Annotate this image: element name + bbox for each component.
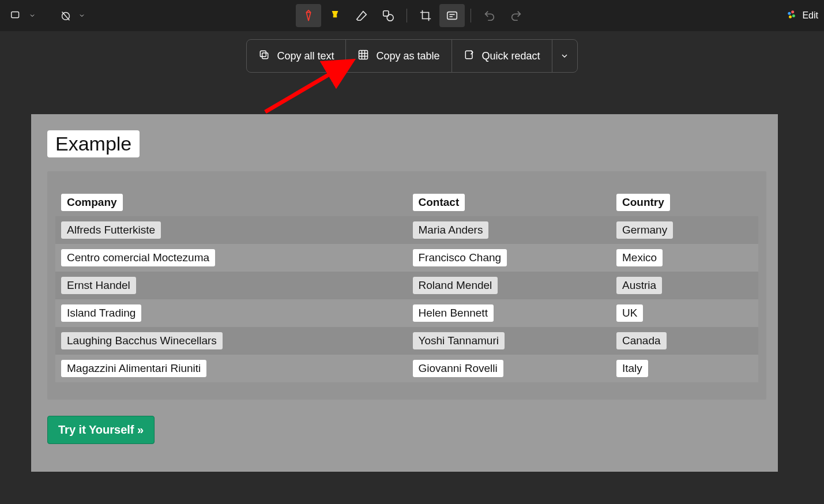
quick-redact-chevron[interactable] <box>552 40 577 72</box>
toolbar-left <box>6 4 88 27</box>
cell: Giovanni Rovelli <box>413 360 503 377</box>
cell: Maria Anders <box>413 221 489 239</box>
captured-content: Example Company Contact Country Alfreds … <box>31 114 778 472</box>
selection-chevron[interactable] <box>27 4 38 27</box>
svg-point-11 <box>792 10 795 13</box>
svg-point-6 <box>387 14 393 21</box>
pen-tool-button[interactable] <box>296 4 321 27</box>
action-bar-wrap: Copy all text Copy as table Quick redact <box>0 31 824 73</box>
cell: Ernst Handel <box>61 277 136 294</box>
svg-rect-0 <box>12 12 19 18</box>
toolbar-right: Edit <box>786 9 818 22</box>
table-row: Centro comercial Moctezuma Francisco Cha… <box>55 244 758 272</box>
svg-rect-7 <box>447 12 457 20</box>
table-header-row: Company Contact Country <box>55 189 758 216</box>
svg-rect-16 <box>359 50 368 59</box>
no-delay-chevron[interactable] <box>76 4 88 27</box>
cell: Alfreds Futterkiste <box>61 221 161 239</box>
table-icon <box>358 49 369 63</box>
cell: UK <box>616 304 643 322</box>
table-row: Ernst Handel Roland Mendel Austria <box>55 272 758 299</box>
cell: Mexico <box>616 249 663 266</box>
cell: Italy <box>616 360 648 377</box>
table-row: Alfreds Futterkiste Maria Anders Germany <box>55 216 758 244</box>
table-region: Company Contact Country Alfreds Futterki… <box>47 171 766 400</box>
selection-dropdown[interactable] <box>6 4 27 27</box>
quick-redact-label: Quick redact <box>482 50 540 62</box>
try-it-button[interactable]: Try it Yourself » <box>47 416 155 444</box>
svg-point-10 <box>788 12 791 15</box>
redo-button[interactable] <box>503 4 529 27</box>
quick-redact-button[interactable]: Quick redact <box>451 40 552 72</box>
action-bar: Copy all text Copy as table Quick redact <box>246 39 577 73</box>
cell: Germany <box>616 221 673 239</box>
col-header: Company <box>61 194 123 211</box>
svg-rect-14 <box>262 52 268 58</box>
copy-all-text-button[interactable]: Copy all text <box>247 40 345 72</box>
cell: Helen Bennett <box>413 304 494 322</box>
svg-rect-4 <box>333 16 337 17</box>
toolbar-separator <box>471 9 471 22</box>
toolbar-separator <box>407 9 407 22</box>
cell: Centro comercial Moctezuma <box>61 249 215 266</box>
toolbar-center <box>296 4 529 27</box>
highlighter-tool-button[interactable] <box>322 4 348 27</box>
svg-point-13 <box>789 16 792 18</box>
col-header: Contact <box>413 194 465 211</box>
col-header: Country <box>616 194 670 211</box>
copy-all-text-label: Copy all text <box>277 50 334 62</box>
example-table: Company Contact Country Alfreds Futterki… <box>55 189 758 382</box>
cell: Canada <box>616 332 667 349</box>
table-row: Laughing Bacchus Winecellars Yoshi Tanna… <box>55 327 758 355</box>
cell: Austria <box>616 277 662 294</box>
svg-rect-21 <box>465 51 472 58</box>
cell: Island Trading <box>61 304 141 322</box>
cell: Yoshi Tannamuri <box>413 332 505 349</box>
copy-as-table-button[interactable]: Copy as table <box>345 40 451 72</box>
text-actions-button[interactable] <box>439 4 465 27</box>
svg-rect-15 <box>261 51 266 57</box>
eraser-tool-button[interactable] <box>349 4 374 27</box>
table-row: Island Trading Helen Bennett UK <box>55 299 758 327</box>
edit-label[interactable]: Edit <box>802 10 818 21</box>
copy-as-table-label: Copy as table <box>376 50 439 62</box>
svg-point-12 <box>792 14 795 17</box>
cell: Laughing Bacchus Winecellars <box>61 332 223 349</box>
cell: Roland Mendel <box>413 277 498 294</box>
copy-icon <box>258 49 270 63</box>
redact-icon <box>464 49 475 63</box>
no-delay-dropdown[interactable] <box>55 4 76 27</box>
shapes-tool-button[interactable] <box>375 4 401 27</box>
top-toolbar: Edit <box>0 0 824 31</box>
crop-tool-button[interactable] <box>413 4 438 27</box>
section-title: Example <box>47 130 140 157</box>
undo-button[interactable] <box>477 4 502 27</box>
table-row: Magazzini Alimentari Riuniti Giovanni Ro… <box>55 355 758 382</box>
paint-icon <box>786 9 797 22</box>
cell: Magazzini Alimentari Riuniti <box>61 360 206 377</box>
cell: Francisco Chang <box>413 249 507 266</box>
